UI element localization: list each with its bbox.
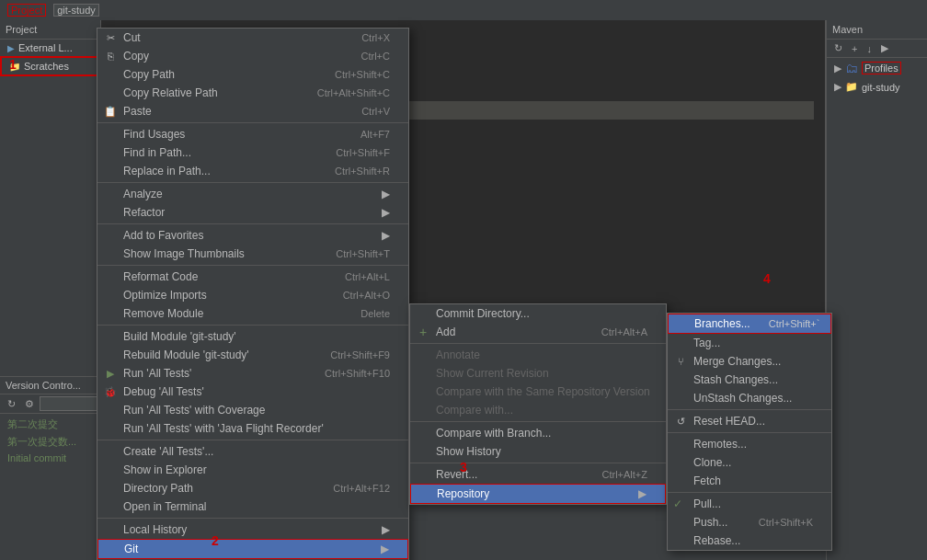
menu-show-thumbnails-label: Show Image Thumbnails [123, 247, 245, 260]
refactor-arrow: ▶ [382, 206, 390, 219]
repo-merge[interactable]: ⑂ Merge Changes... [668, 352, 831, 371]
repo-rebase[interactable]: Rebase... [668, 531, 831, 550]
menu-copy[interactable]: ⎘ Copy Ctrl+C [97, 47, 408, 65]
repo-branches-label: Branches... [694, 317, 750, 330]
menu-reformat[interactable]: Reformat Code Ctrl+Alt+L [97, 268, 408, 286]
menu-find-in-path[interactable]: Find in Path... Ctrl+Shift+F [97, 143, 408, 162]
repo-remotes-label: Remotes... [693, 438, 747, 451]
menu-run-coverage[interactable]: Run 'All Tests' with Coverage [97, 401, 408, 419]
profiles-expand-icon: ▶ [834, 63, 841, 74]
menu-run-tests[interactable]: ▶ Run 'All Tests' Ctrl+Shift+F10 [97, 364, 408, 383]
menu-cut-shortcut: Ctrl+X [361, 32, 390, 43]
menu-paste[interactable]: 📋 Paste Ctrl+V [97, 102, 408, 120]
git-revert[interactable]: Revert... Ctrl+Alt+Z [410, 465, 666, 484]
git-sep-3 [410, 463, 666, 463]
git-sep-1 [410, 343, 666, 344]
number-2: 2 [212, 533, 219, 548]
git-show-history[interactable]: Show History [410, 442, 666, 461]
menu-find-usages-shortcut: Alt+F7 [360, 129, 390, 140]
menu-paste-shortcut: Ctrl+V [361, 106, 390, 117]
menu-build-module[interactable]: Build Module 'git-study' [97, 327, 408, 346]
menu-explorer-label: Show in Explorer [123, 463, 207, 476]
repo-branches[interactable]: Branches... Ctrl+Shift+` [668, 314, 831, 334]
git-commit-dir[interactable]: Commit Directory... [410, 304, 666, 323]
menu-remove-module[interactable]: Remove Module Delete [97, 304, 408, 323]
maven-toolbar: ↻ + ↓ ▶ [827, 40, 927, 58]
sep-7 [97, 518, 408, 519]
menu-find-usages[interactable]: Find Usages Alt+F7 [97, 125, 408, 143]
menu-refactor-label: Refactor [123, 206, 165, 219]
menu-copy-path-label: Copy Path [123, 68, 175, 81]
git-revert-label: Revert... [436, 468, 477, 481]
menu-rebuild-shortcut: Ctrl+Shift+F9 [330, 349, 390, 360]
repo-remotes[interactable]: Remotes... [668, 435, 831, 453]
vc-refresh-btn[interactable]: ↻ [4, 397, 19, 411]
git-study-maven-item[interactable]: ▶ 📁 git-study [827, 78, 927, 96]
menu-rebuild-label: Rebuild Module 'git-study' [123, 349, 249, 361]
git-repository[interactable]: Repository ▶ [410, 484, 666, 504]
menu-show-explorer[interactable]: Show in Explorer [97, 461, 408, 479]
profiles-label: Profiles [862, 62, 901, 74]
vc-settings-btn[interactable]: ⚙ [21, 397, 38, 411]
repo-stash[interactable]: Stash Changes... [668, 371, 831, 389]
menu-optimize-imports[interactable]: Optimize Imports Ctrl+Alt+O [97, 286, 408, 304]
menu-analyze[interactable]: Analyze ▶ [97, 185, 408, 203]
repo-push[interactable]: Push... Ctrl+Shift+K [668, 513, 831, 531]
menu-debug-tests[interactable]: 🐞 Debug 'All Tests' [97, 383, 408, 401]
git-show-history-label: Show History [436, 445, 501, 458]
favorites-arrow: ▶ [382, 229, 390, 242]
right-panel: Maven ↻ + ↓ ▶ ▶ 🗂 Profiles ▶ 📁 git-study [826, 20, 927, 560]
maven-refresh-btn[interactable]: ↻ [830, 41, 846, 55]
menu-refactor[interactable]: Refactor ▶ [97, 203, 408, 222]
git-compare-with: Compare with... [410, 401, 666, 419]
repo-clone[interactable]: Clone... [668, 453, 831, 472]
git-commit-label: Commit Directory... [436, 307, 530, 320]
repo-fetch-label: Fetch [693, 474, 721, 487]
context-menu-main: ✂ Cut Ctrl+X ⎘ Copy Ctrl+C Copy Path Ctr… [97, 28, 409, 560]
copy-icon: ⎘ [103, 49, 118, 63]
menu-copy-path-shortcut: Ctrl+Shift+C [335, 69, 390, 80]
menu-cut-label: Cut [123, 31, 141, 44]
context-menu-repository: Branches... Ctrl+Shift+` Tag... ⑂ Merge … [667, 313, 832, 551]
menu-dir-shortcut: Ctrl+Alt+F12 [333, 483, 390, 494]
git-add[interactable]: + Add Ctrl+Alt+A [410, 323, 666, 341]
menu-open-terminal[interactable]: Open in Terminal [97, 497, 408, 516]
sep-2 [97, 182, 408, 183]
profiles-item[interactable]: ▶ 🗂 Profiles [827, 58, 927, 78]
menu-replace-in-path[interactable]: Replace in Path... Ctrl+Shift+R [97, 162, 408, 180]
menu-show-thumbnails[interactable]: Show Image Thumbnails Ctrl+Shift+T [97, 245, 408, 263]
local-history-arrow: ▶ [382, 523, 390, 536]
external-libraries-item[interactable]: ▶ External L... [0, 40, 100, 56]
menu-local-history[interactable]: Local History ▶ [97, 520, 408, 539]
maven-run-btn[interactable]: ▶ [877, 41, 892, 55]
repo-fetch[interactable]: Fetch [668, 472, 831, 490]
merge-icon: ⑂ [673, 354, 688, 369]
menu-cut[interactable]: ✂ Cut Ctrl+X [97, 29, 408, 47]
menu-coverage-label: Run 'All Tests' with Coverage [123, 404, 265, 417]
menu-copy-path[interactable]: Copy Path Ctrl+Shift+C [97, 65, 408, 84]
repo-clone-label: Clone... [693, 456, 731, 469]
repo-unstash[interactable]: UnStash Changes... [668, 389, 831, 407]
number-3: 3 [460, 460, 467, 474]
menu-directory-path[interactable]: Directory Path Ctrl+Alt+F12 [97, 479, 408, 497]
maven-download-btn[interactable]: ↓ [863, 42, 876, 55]
repo-tag-label: Tag... [693, 337, 720, 349]
menu-git[interactable]: Git ▶ [97, 539, 408, 559]
menu-create-tests[interactable]: Create 'All Tests'... [97, 442, 408, 461]
menu-copy-relative[interactable]: Copy Relative Path Ctrl+Alt+Shift+C [97, 84, 408, 102]
left-panel-header: Project [0, 20, 100, 40]
menu-rebuild-module[interactable]: Rebuild Module 'git-study' Ctrl+Shift+F9 [97, 346, 408, 364]
analyze-arrow: ▶ [382, 188, 390, 200]
menu-run-flight[interactable]: Run 'All Tests' with 'Java Flight Record… [97, 419, 408, 438]
repo-tag[interactable]: Tag... [668, 334, 831, 352]
menu-find-in-path-label: Find in Path... [123, 146, 191, 159]
repo-pull[interactable]: ✓ Pull... [668, 495, 831, 513]
git-study-maven-label: git-study [862, 82, 900, 93]
repo-sep-1 [668, 409, 831, 410]
menu-add-favorites[interactable]: Add to Favorites ▶ [97, 226, 408, 245]
git-compare-branch[interactable]: Compare with Branch... [410, 424, 666, 442]
repo-reset[interactable]: ↺ Reset HEAD... [668, 412, 831, 430]
reset-icon: ↺ [673, 414, 688, 429]
run-icon: ▶ [103, 366, 118, 381]
maven-add-btn[interactable]: + [848, 42, 861, 55]
